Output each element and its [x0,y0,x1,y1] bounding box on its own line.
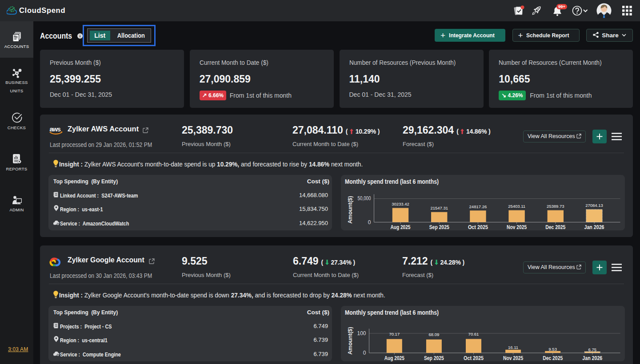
svg-text:30233.42: 30233.42 [392,202,409,206]
svg-text:Dec 2025: Dec 2025 [545,224,565,230]
svg-text:68.09: 68.09 [428,332,439,336]
svg-text:Amount($): Amount($) [347,196,353,224]
svg-text:Jan 2026: Jan 2026 [584,224,604,230]
svg-text:0: 0 [368,219,371,225]
svg-text:Aug 2025: Aug 2025 [384,355,404,361]
svg-text:Oct 2025: Oct 2025 [464,355,484,361]
svg-text:100: 100 [357,330,366,336]
svg-text:Sep 2025: Sep 2025 [424,355,444,361]
svg-text:9.53: 9.53 [548,346,557,351]
svg-text:27084.13: 27084.13 [585,203,603,208]
svg-text:aws: aws [50,126,61,133]
svg-text:6.75: 6.75 [588,347,596,352]
svg-text:Nov 2025: Nov 2025 [503,355,523,361]
svg-text:16.11: 16.11 [508,344,518,349]
svg-text:25389.73: 25389.73 [546,204,564,209]
svg-text:Dec 2025: Dec 2025 [543,355,563,361]
svg-text:0: 0 [363,350,366,356]
svg-text:70.17: 70.17 [389,332,400,336]
svg-text:Aug 2025: Aug 2025 [390,224,410,230]
svg-text:Oct 2025: Oct 2025 [468,224,488,230]
svg-text:Nov 2025: Nov 2025 [507,224,527,230]
svg-text:Sep 2025: Sep 2025 [429,224,449,230]
svg-text:24817.26: 24817.26 [469,204,487,209]
svg-text:50,000: 50,000 [357,195,371,202]
svg-text:21547.31: 21547.31 [430,206,448,210]
svg-text:70.61: 70.61 [468,331,479,336]
svg-text:Jan 2026: Jan 2026 [582,355,602,361]
svg-text:Amount($): Amount($) [347,327,353,355]
svg-text:25403.11: 25403.11 [508,204,525,209]
